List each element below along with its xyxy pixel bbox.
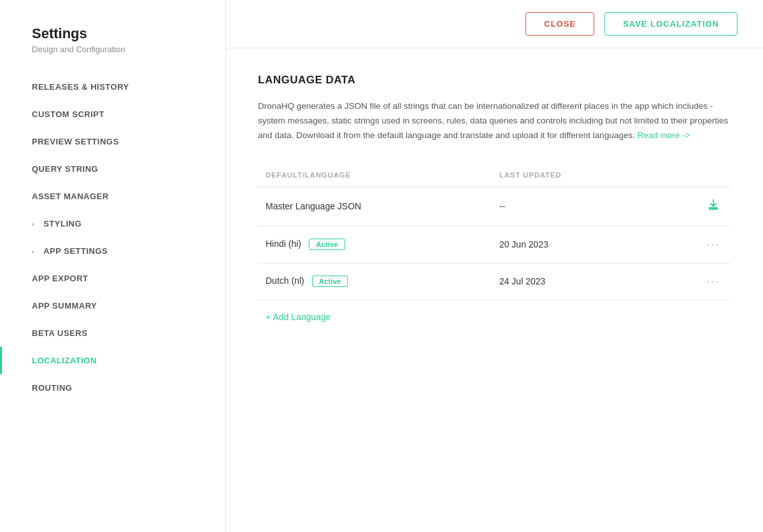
main-content: CLOSE SAVE LOCALIZATION LANGUAGE DATA Dr… <box>226 0 763 532</box>
content-area: LANGUAGE DATA DronaHQ generates a JSON f… <box>226 48 763 532</box>
section-title: LANGUAGE DATA <box>258 74 731 87</box>
sidebar-nav: RELEASES & HISTORYCUSTOM SCRIPTPREVIEW S… <box>0 73 225 402</box>
sidebar-item-custom-script[interactable]: CUSTOM SCRIPT <box>0 101 225 128</box>
sidebar-item-app-settings[interactable]: ›APP SETTINGS <box>0 237 225 265</box>
close-button[interactable]: CLOSE <box>525 12 594 36</box>
sidebar-item-app-summary[interactable]: APP SUMMARY <box>0 292 225 319</box>
sidebar-item-label: ROUTING <box>32 383 72 393</box>
save-localization-button[interactable]: SAVE LOCALIZATION <box>604 12 738 36</box>
description-text: DronaHQ generates a JSON file of all str… <box>258 99 731 143</box>
status-badge: Active <box>312 276 348 287</box>
sidebar-item-query-string[interactable]: QUERY STRING <box>0 155 225 183</box>
language-table: DEFAULT/LANGUAGE LAST UPDATED Master Lan… <box>258 166 731 300</box>
language-name: Dutch (nl) <box>266 276 304 286</box>
more-options-button[interactable]: ··· <box>702 274 724 290</box>
last-updated-value: -- <box>492 186 655 226</box>
read-more-link[interactable]: Read more -> <box>638 130 690 140</box>
sidebar-subtitle: Design and Configuration <box>32 45 194 54</box>
col-header-action <box>655 166 731 187</box>
sidebar-item-label: ASSET MANAGER <box>32 192 109 201</box>
last-updated-value: 24 Jul 2023 <box>492 263 655 300</box>
sidebar-item-label: APP EXPORT <box>32 274 89 283</box>
sidebar-item-label: RELEASES & HISTORY <box>32 82 129 92</box>
language-name: Hindi (hi) <box>266 239 301 249</box>
table-row: Hindi (hi)Active20 Jun 2023··· <box>258 226 731 263</box>
table-row: Master Language JSON-- <box>258 186 731 226</box>
last-updated-value: 20 Jun 2023 <box>492 226 655 263</box>
sidebar-item-label: QUERY STRING <box>32 164 98 174</box>
sidebar-item-app-export[interactable]: APP EXPORT <box>0 265 225 292</box>
download-button[interactable] <box>703 197 724 216</box>
more-options-button[interactable]: ··· <box>702 237 724 253</box>
sidebar-item-label: PREVIEW SETTINGS <box>32 137 119 146</box>
language-name: Master Language JSON <box>266 201 361 211</box>
sidebar-item-preview-settings[interactable]: PREVIEW SETTINGS <box>0 128 225 155</box>
sidebar: Settings Design and Configuration RELEAS… <box>0 0 226 532</box>
chevron-right-icon: › <box>32 248 34 255</box>
sidebar-item-label: STYLING <box>43 219 82 228</box>
sidebar-item-localization[interactable]: LOCALIZATION <box>0 347 225 374</box>
sidebar-title: Settings <box>32 25 194 42</box>
chevron-right-icon: › <box>32 220 34 228</box>
table-row: Dutch (nl)Active24 Jul 2023··· <box>258 263 731 300</box>
sidebar-item-label: LOCALIZATION <box>32 356 97 365</box>
sidebar-item-label: APP SETTINGS <box>43 246 108 256</box>
sidebar-item-styling[interactable]: ›STYLING <box>0 210 225 237</box>
col-header-language: DEFAULT/LANGUAGE <box>258 166 492 187</box>
add-language-button[interactable]: + Add Language <box>258 300 731 322</box>
topbar: CLOSE SAVE LOCALIZATION <box>226 0 763 48</box>
col-header-updated: LAST UPDATED <box>492 166 655 187</box>
status-badge: Active <box>309 239 345 250</box>
sidebar-item-beta-users[interactable]: BETA USERS <box>0 319 225 347</box>
sidebar-item-routing[interactable]: ROUTING <box>0 374 225 402</box>
sidebar-item-label: BETA USERS <box>32 328 87 338</box>
sidebar-item-releases-history[interactable]: RELEASES & HISTORY <box>0 73 225 101</box>
sidebar-header: Settings Design and Configuration <box>0 25 225 73</box>
sidebar-item-asset-manager[interactable]: ASSET MANAGER <box>0 183 225 210</box>
sidebar-item-label: APP SUMMARY <box>32 301 97 311</box>
sidebar-item-label: CUSTOM SCRIPT <box>32 109 104 119</box>
